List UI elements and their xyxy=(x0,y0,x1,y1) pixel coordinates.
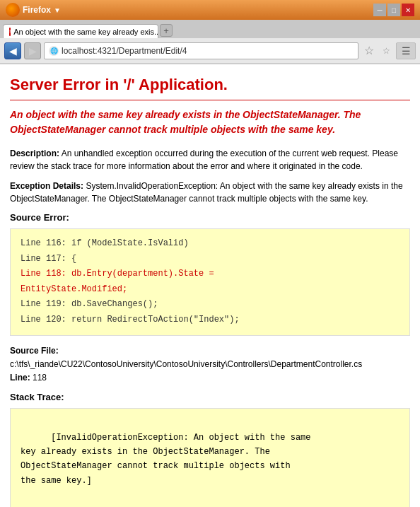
minimize-button[interactable]: ─ xyxy=(373,4,386,16)
line-119-code: db.SaveChanges(); xyxy=(66,299,158,309)
exception-label: Exception Details: xyxy=(10,181,83,191)
stack-trace-text: [InvalidOperationException: An object wi… xyxy=(21,433,310,486)
bookmark-star-icon[interactable]: ☆ xyxy=(361,42,377,59)
back-button[interactable]: ◀ xyxy=(4,42,21,59)
navigation-bar: ◀ ▶ 🌐 localhost:4321/Department/Edit/4 ☆… xyxy=(0,38,420,64)
firefox-menu-arrow-icon[interactable]: ▼ xyxy=(54,6,61,14)
line-118-label: Line 118: xyxy=(21,269,66,279)
stack-trace-header: Stack Trace: xyxy=(10,392,410,402)
source-file-section: Source File: c:\tfs\_riande\CU22\Contoso… xyxy=(10,344,410,385)
new-tab-button[interactable]: + xyxy=(160,24,173,37)
source-error-code-block: Line 116: if (ModelState.IsValid) Line 1… xyxy=(10,228,410,336)
stack-trace-block: [InvalidOperationException: An object wi… xyxy=(10,408,410,507)
security-icon: 🌐 xyxy=(49,46,59,56)
line-119-label: Line 119: xyxy=(21,299,66,309)
menu-button[interactable]: ☰ xyxy=(396,42,416,59)
line-118-code: db.Entry(department).State = xyxy=(66,269,214,279)
firefox-menu-label[interactable]: Firefox xyxy=(23,5,51,15)
bookmark-star2-icon[interactable]: ☆ xyxy=(380,45,393,57)
tab-favicon-icon: ! xyxy=(9,28,11,36)
titlebar: Firefox ▼ ─ □ ✕ xyxy=(0,0,420,20)
source-error-header: Source Error: xyxy=(10,212,410,223)
source-file-label: Source File: xyxy=(10,346,59,356)
description-label: Description: xyxy=(10,148,59,158)
server-error-title: Server Error in '/' Application. xyxy=(10,76,410,100)
close-button[interactable]: ✕ xyxy=(402,4,414,16)
tab-bar: ! An object with the same key already ex… xyxy=(0,20,420,38)
line-120-label: Line 120: xyxy=(21,315,66,325)
code-line-118: Line 118: db.Entry(department).State = xyxy=(21,267,399,282)
source-file-path: c:\tfs\_riande\CU22\ContosoUniversity\Co… xyxy=(10,359,362,369)
line-118b-code: EntityState.Modified; xyxy=(21,284,127,294)
line-117-code: { xyxy=(66,254,76,264)
line-117-label: Line 117: xyxy=(21,254,66,264)
window-controls: ─ □ ✕ xyxy=(373,4,414,16)
address-bar[interactable]: 🌐 localhost:4321/Department/Edit/4 xyxy=(44,42,358,59)
active-tab[interactable]: ! An object with the same key already ex… xyxy=(3,24,158,38)
description-section: Description: An unhandled exception occu… xyxy=(10,147,410,173)
code-line-118b: EntityState.Modified; xyxy=(21,282,399,298)
browser-content[interactable]: Server Error in '/' Application. An obje… xyxy=(0,64,420,507)
page-body: Server Error in '/' Application. An obje… xyxy=(0,64,420,507)
line-number-label: Line: xyxy=(10,373,30,383)
exception-section: Exception Details: System.InvalidOperati… xyxy=(10,180,410,205)
maximize-button[interactable]: □ xyxy=(387,4,400,16)
code-line-116: Line 116: if (ModelState.IsValid) xyxy=(21,236,399,252)
forward-button[interactable]: ▶ xyxy=(24,42,41,59)
code-line-120: Line 120: return RedirectToAction("Index… xyxy=(21,313,399,328)
code-line-119: Line 119: db.SaveChanges(); xyxy=(21,297,399,313)
error-italic-description: An object with the same key already exis… xyxy=(10,107,410,137)
description-text: An unhandled exception occurred during t… xyxy=(10,148,398,171)
url-text: localhost:4321/Department/Edit/4 xyxy=(62,46,187,56)
line-116-label: Line 116: xyxy=(21,238,66,248)
line-120-code: return RedirectToAction("Index"); xyxy=(66,315,240,325)
firefox-logo-icon xyxy=(6,3,20,17)
code-line-117: Line 117: { xyxy=(21,252,399,267)
tab-title-label: An object with the same key already exis… xyxy=(13,28,158,36)
line-116-code: if (ModelState.IsValid) xyxy=(66,238,189,248)
line-number-value: 118 xyxy=(33,373,47,383)
